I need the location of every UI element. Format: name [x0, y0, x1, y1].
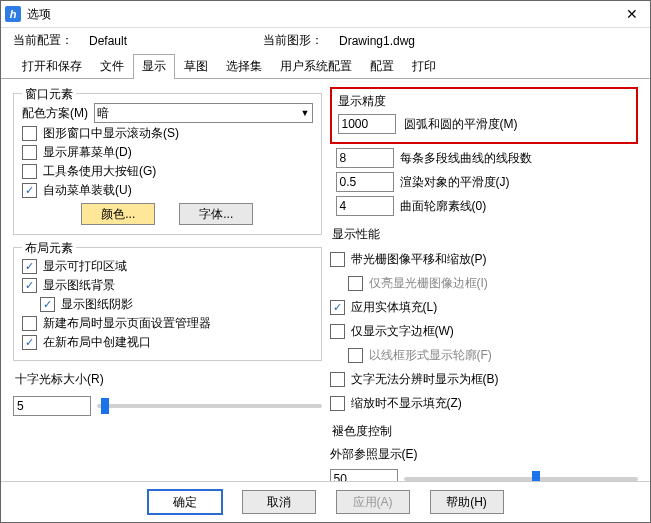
chk-text-true[interactable] [330, 372, 345, 387]
crosshair-slider[interactable] [97, 404, 322, 408]
lbl-create-viewport: 在新布局中创建视口 [43, 334, 151, 351]
chk-raster-pan[interactable] [330, 252, 345, 267]
chevron-down-icon: ▼ [301, 108, 310, 118]
chk-wireframe[interactable] [348, 348, 363, 363]
chk-large-buttons[interactable] [22, 164, 37, 179]
lbl-zoom-nofill: 缩放时不显示填充(Z) [351, 395, 462, 412]
lbl-screen-menu: 显示屏幕菜单(D) [43, 144, 132, 161]
lbl-page-setup: 新建布局时显示页面设置管理器 [43, 315, 211, 332]
contour-lines-input[interactable]: 4 [336, 196, 394, 216]
chk-zoom-nofill[interactable] [330, 396, 345, 411]
tab-selection[interactable]: 选择集 [217, 54, 271, 79]
tab-display[interactable]: 显示 [133, 54, 175, 79]
chk-create-viewport[interactable] [22, 335, 37, 350]
current-config-label: 当前配置： [13, 32, 85, 49]
arc-smoothness-label: 圆弧和圆的平滑度(M) [404, 116, 518, 133]
chk-solid-fill[interactable] [330, 300, 345, 315]
tab-open-save[interactable]: 打开和保存 [13, 54, 91, 79]
lbl-paper-shadow: 显示图纸阴影 [61, 296, 133, 313]
tab-user-prefs[interactable]: 用户系统配置 [271, 54, 361, 79]
arc-smoothness-input[interactable]: 1000 [338, 114, 396, 134]
chk-printable[interactable] [22, 259, 37, 274]
lbl-highlight-raster: 仅亮显光栅图像边框(I) [369, 275, 488, 292]
render-smooth-input[interactable]: 0.5 [336, 172, 394, 192]
tab-draft[interactable]: 草图 [175, 54, 217, 79]
highlight-precision: 显示精度 1000 圆弧和圆的平滑度(M) [330, 87, 639, 144]
current-config-value: Default [89, 34, 259, 48]
current-drawing-label: 当前图形： [263, 32, 335, 49]
apply-button[interactable]: 应用(A) [336, 490, 410, 514]
lbl-paper-bg: 显示图纸背景 [43, 277, 115, 294]
color-scheme-label: 配色方案(M) [22, 105, 88, 122]
tab-files[interactable]: 文件 [91, 54, 133, 79]
color-scheme-select[interactable]: 暗 ▼ [94, 103, 313, 123]
crosshair-label: 十字光标大小(R) [15, 371, 322, 388]
lbl-scrollbars: 图形窗口中显示滚动条(S) [43, 125, 179, 142]
color-button[interactable]: 颜色... [81, 203, 155, 225]
legend-window-elements: 窗口元素 [22, 86, 76, 103]
lbl-wireframe: 以线框形式显示轮廓(F) [369, 347, 492, 364]
lbl-large-buttons: 工具条使用大按钮(G) [43, 163, 156, 180]
chk-screen-menu[interactable] [22, 145, 37, 160]
chk-page-setup[interactable] [22, 316, 37, 331]
legend-precision: 显示精度 [338, 94, 386, 108]
color-scheme-value: 暗 [97, 105, 109, 122]
help-button[interactable]: 帮助(H) [430, 490, 504, 514]
polyline-segs-label: 每条多段线曲线的线段数 [400, 150, 532, 167]
legend-performance: 显示性能 [332, 226, 639, 243]
chk-paper-shadow[interactable] [40, 297, 55, 312]
xref-fade-label: 外部参照显示(E) [330, 446, 639, 463]
lbl-solid-fill: 应用实体填充(L) [351, 299, 438, 316]
tab-bar: 打开和保存 文件 显示 草图 选择集 用户系统配置 配置 打印 [1, 53, 650, 79]
ok-button[interactable]: 确定 [148, 490, 222, 514]
lbl-text-frame: 仅显示文字边框(W) [351, 323, 454, 340]
cancel-button[interactable]: 取消 [242, 490, 316, 514]
lbl-raster-pan: 带光栅图像平移和缩放(P) [351, 251, 487, 268]
app-icon: h [5, 6, 21, 22]
lbl-printable: 显示可打印区域 [43, 258, 127, 275]
legend-layout-elements: 布局元素 [22, 240, 76, 257]
chk-auto-menu[interactable] [22, 183, 37, 198]
legend-fade: 褪色度控制 [332, 423, 639, 440]
tab-profiles[interactable]: 配置 [361, 54, 403, 79]
current-drawing-value: Drawing1.dwg [339, 34, 509, 48]
lbl-auto-menu: 自动菜单装载(U) [43, 182, 132, 199]
chk-paper-bg[interactable] [22, 278, 37, 293]
font-button[interactable]: 字体... [179, 203, 253, 225]
xref-fade-slider[interactable] [404, 477, 639, 481]
chk-scrollbars[interactable] [22, 126, 37, 141]
group-layout-elements: 布局元素 显示可打印区域 显示图纸背景 显示图纸阴影 新建布局时显示页面设置管理… [13, 247, 322, 361]
lbl-text-true: 文字无法分辨时显示为框(B) [351, 371, 499, 388]
crosshair-input[interactable]: 5 [13, 396, 91, 416]
xref-fade-input[interactable]: 50 [330, 469, 398, 481]
render-smooth-label: 渲染对象的平滑度(J) [400, 174, 510, 191]
group-window-elements: 窗口元素 配色方案(M) 暗 ▼ 图形窗口中显示滚动条(S) 显示屏幕菜单(D)… [13, 93, 322, 235]
contour-lines-label: 曲面轮廓素线(0) [400, 198, 487, 215]
window-title: 选项 [27, 6, 618, 23]
chk-text-frame[interactable] [330, 324, 345, 339]
tab-plot[interactable]: 打印 [403, 54, 445, 79]
close-icon[interactable]: ✕ [618, 6, 646, 22]
polyline-segs-input[interactable]: 8 [336, 148, 394, 168]
chk-highlight-raster[interactable] [348, 276, 363, 291]
